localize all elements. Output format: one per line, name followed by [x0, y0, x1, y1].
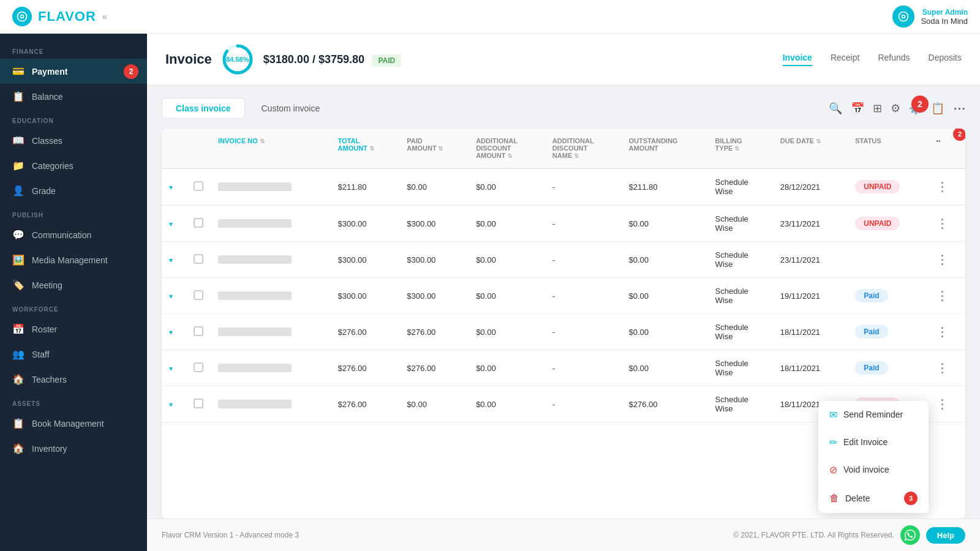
calendar-icon[interactable]: 📅: [851, 102, 864, 115]
sidebar-section-finance: FINANCE: [0, 40, 147, 59]
sidebar-item-teachers[interactable]: 🏠 Teachers: [0, 367, 147, 392]
svg-point-2: [21, 15, 23, 17]
more-options-icon[interactable]: ⋯: [953, 101, 965, 116]
row-paid-6: $276.00: [399, 350, 469, 386]
filter-icon[interactable]: ⚙: [891, 102, 900, 115]
sidebar-item-staff[interactable]: 👥 Staff: [0, 342, 147, 367]
row-invoice-no-3: ████████████: [218, 255, 292, 264]
copy-icon[interactable]: 📋: [931, 102, 944, 115]
roster-icon: 📅: [12, 323, 24, 335]
row-expand-5[interactable]: ▾: [169, 328, 173, 337]
row-billing-4: ScheduleWise: [708, 278, 773, 314]
row-checkbox-4[interactable]: [194, 290, 203, 300]
row-checkbox-6[interactable]: [194, 362, 203, 372]
row-outstanding-5: $0.00: [622, 314, 708, 350]
context-edit-invoice[interactable]: ✏ Edit Invoice: [818, 429, 929, 456]
whatsapp-button[interactable]: [900, 525, 920, 545]
sidebar-item-meeting[interactable]: 🏷️ Meeting: [0, 272, 147, 298]
tab-refunds[interactable]: Refunds: [878, 53, 910, 66]
sidebar-item-categories[interactable]: 📁 Categories: [0, 153, 147, 178]
row-billing-5: ScheduleWise: [708, 314, 773, 350]
col-total-amount[interactable]: TOTALAMOUNT: [331, 129, 400, 168]
row-outstanding-4: $0.00: [622, 278, 708, 314]
sidebar-item-label: Roster: [32, 324, 57, 334]
row-due-2: 23/11/2021: [773, 206, 848, 242]
sidebar-item-roster[interactable]: 📅 Roster: [0, 317, 147, 342]
row-invoice-no-2: ████████████: [218, 219, 292, 228]
col-billing-type[interactable]: BILLINGTYPE: [708, 129, 773, 168]
sidebar-item-classes[interactable]: 📖 Classes: [0, 128, 147, 153]
svg-point-5: [903, 15, 905, 17]
grade-icon: 👤: [12, 185, 24, 197]
row-checkbox-2[interactable]: [194, 218, 203, 228]
row-status-4: Paid: [848, 278, 929, 314]
row-billing-3: ScheduleWise: [708, 242, 773, 278]
row-expand-2[interactable]: ▾: [169, 220, 173, 228]
row-actions-3[interactable]: ⋮: [936, 253, 948, 266]
col-add-disc-name[interactable]: ADDITIONALDISCOUNTNAME: [545, 129, 622, 168]
context-menu: ✉ Send Reminder ✏ Edit Invoice ⊘: [818, 401, 929, 513]
row-checkbox-1[interactable]: [194, 181, 203, 191]
sidebar-item-communication[interactable]: 💬 Communication: [0, 222, 147, 247]
row-expand-1[interactable]: ▾: [169, 183, 173, 192]
context-send-reminder[interactable]: ✉ Send Reminder: [818, 401, 929, 429]
row-actions-4[interactable]: ⋮: [936, 289, 948, 302]
table-icon[interactable]: ⊞: [873, 102, 882, 115]
col-add-disc-amount[interactable]: ADDITIONALDISCOUNTAMOUNT: [469, 129, 545, 168]
row-expand-4[interactable]: ▾: [169, 292, 173, 301]
table-row: ▾ ████████████ $276.00 $276.00 $0.00 - $…: [162, 314, 965, 350]
sidebar-item-inventory[interactable]: 🏠 Inventory: [0, 436, 147, 461]
sidebar-item-label: Book Management: [32, 419, 104, 429]
context-edit-label: Edit Invoice: [843, 437, 888, 447]
tab-class-invoice[interactable]: Class invoice: [162, 98, 245, 119]
edit-icon: ✏: [829, 437, 837, 448]
row-actions-5[interactable]: ⋮: [936, 325, 948, 339]
row-checkbox-3[interactable]: [194, 254, 203, 264]
row-checkbox-7[interactable]: [194, 399, 203, 408]
row-actions-6[interactable]: ⋮: [936, 361, 948, 375]
tab-invoice[interactable]: Invoice: [783, 53, 812, 66]
context-void-invoice[interactable]: ⊘ Void invoice: [818, 456, 929, 484]
progress-label: 84.58%: [226, 56, 249, 63]
row-actions-7[interactable]: ⋮: [936, 397, 948, 411]
collapse-icon[interactable]: «: [102, 12, 107, 21]
row-expand-6[interactable]: ▾: [169, 364, 173, 373]
teachers-icon: 🏠: [12, 373, 24, 385]
col-invoice-no[interactable]: INVOICE NO: [211, 129, 331, 168]
row-total-2: $300.00: [331, 206, 400, 242]
sidebar-item-grade[interactable]: 👤 Grade: [0, 178, 147, 203]
invoice-title: Invoice: [165, 51, 212, 67]
search-icon[interactable]: 🔍: [829, 102, 842, 115]
sidebar-item-media[interactable]: 🖼️ Media Management: [0, 247, 147, 272]
row-paid-5: $276.00: [399, 314, 469, 350]
sidebar-item-label: Meeting: [32, 280, 62, 290]
row-invoice-no-6: ████████████: [218, 364, 292, 372]
row-actions-1[interactable]: ⋮: [936, 180, 948, 193]
row-disc-name-3: -: [545, 242, 622, 278]
help-button[interactable]: Help: [926, 527, 965, 544]
row-disc-name-2: -: [545, 206, 622, 242]
row-due-3: 23/11/2021: [773, 242, 848, 278]
sidebar-item-books[interactable]: 📋 Book Management: [0, 411, 147, 436]
tab-receipt[interactable]: Receipt: [831, 53, 859, 66]
progress-circle: 84.58%: [222, 43, 254, 75]
col-paid-amount[interactable]: PAIDAMOUNT: [399, 129, 469, 168]
sidebar-section-workforce: WORKFORCE: [0, 298, 147, 317]
toolbar-icons: 🔍 📅 ⊞ ⚙ ⚙️ 2 📋 ⋯: [829, 101, 965, 116]
row-due-6: 18/11/2021: [773, 350, 848, 386]
row-checkbox-5[interactable]: [194, 326, 203, 336]
staff-icon: 👥: [12, 348, 24, 360]
col-due-date[interactable]: DUE DATE: [773, 129, 848, 168]
row-expand-7[interactable]: ▾: [169, 400, 173, 409]
invoice-table: INVOICE NO TOTALAMOUNT PAIDAMOUNT ADDITI…: [162, 129, 965, 422]
context-delete[interactable]: 🗑 Delete 3: [818, 484, 929, 513]
row-status-3: [848, 242, 929, 278]
tab-deposits[interactable]: Deposits: [929, 53, 962, 66]
row-expand-3[interactable]: ▾: [169, 256, 173, 264]
user-avatar: [892, 6, 914, 28]
sidebar-item-balance[interactable]: 📋 Balance: [0, 84, 147, 109]
row-actions-2[interactable]: ⋮: [936, 217, 948, 230]
tab-custom-invoice[interactable]: Custom invoice: [247, 98, 334, 119]
col-expand: [186, 129, 211, 168]
sidebar-item-payment[interactable]: 💳 Payment 2: [0, 59, 147, 84]
